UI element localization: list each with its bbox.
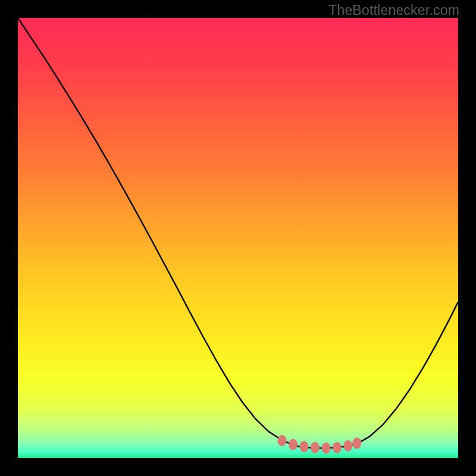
trough-marker — [289, 439, 298, 450]
watermark-text: TheBottlenecker.com — [328, 2, 459, 18]
bottleneck-chart — [18, 18, 458, 458]
trough-marker — [352, 437, 361, 449]
chart-frame: TheBottlenecker.com — [0, 0, 476, 476]
gradient-background — [18, 18, 458, 458]
trough-marker — [300, 441, 309, 452]
trough-marker — [311, 442, 320, 453]
trough-marker — [322, 442, 331, 453]
trough-marker — [333, 442, 342, 453]
trough-marker — [278, 435, 287, 446]
trough-marker — [344, 440, 353, 452]
plot-area — [18, 18, 458, 458]
